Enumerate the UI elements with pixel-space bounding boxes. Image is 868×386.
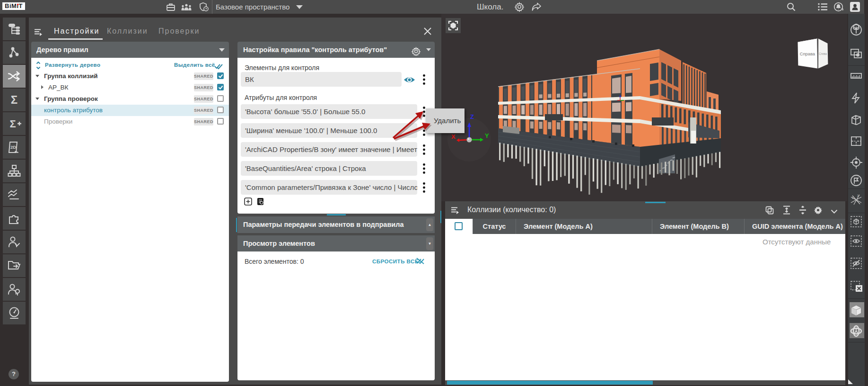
svg-text:Σ: Σ [9,118,16,130]
svg-text:Σ: Σ [11,93,18,106]
svg-text:2D: 2D [10,144,16,150]
svg-text:Слева: Слева [819,52,827,55]
svg-text:Справа: Справа [800,51,815,56]
